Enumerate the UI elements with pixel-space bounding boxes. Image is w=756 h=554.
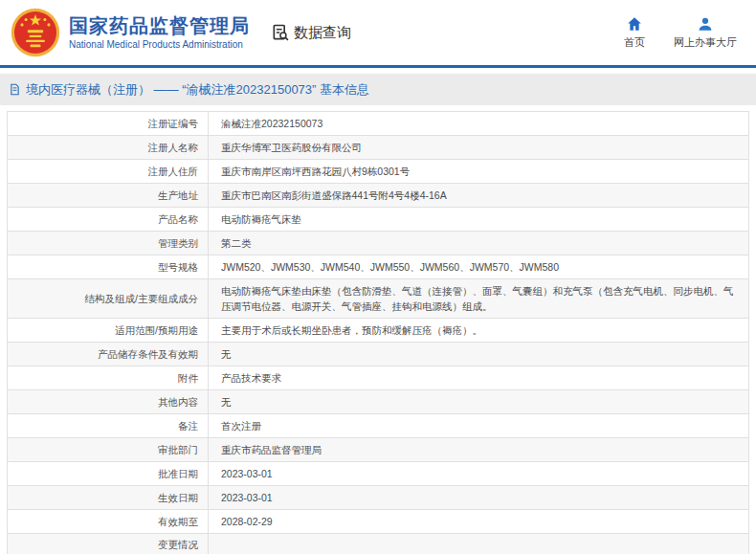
row-value — [209, 534, 749, 554]
logo-block: 国家药品监督管理局 National Medical Products Admi… — [10, 7, 250, 58]
site-header: 国家药品监督管理局 National Medical Products Admi… — [0, 0, 756, 68]
row-label: 生效日期 — [8, 486, 209, 510]
row-value: 重庆华博军卫医药股份有限公司 — [209, 136, 749, 160]
breadcrumb-bar: 境内医疗器械（注册） —— “渝械注准20232150073” 基本信息 — [0, 74, 756, 105]
row-value: 首次注册 — [209, 414, 749, 438]
row-label: 管理类别 — [8, 232, 209, 255]
home-icon — [626, 15, 643, 33]
table-row: 适用范围/预期用途主要用于术后或长期坐卧患者，预防和缓解压疮（褥疮）。 — [8, 319, 749, 343]
table-row: 附件产品技术要求 — [8, 366, 749, 390]
table-row: 结构及组成/主要组成成分电动防褥疮气床垫由床垫（包含防滑垫、气道（连接管）、面罩… — [8, 279, 749, 319]
table-row: 产品储存条件及有效期无 — [8, 343, 749, 366]
table-row: 有效期至2028-02-29 — [8, 510, 749, 534]
table-row: 生效日期2023-03-01 — [8, 486, 749, 510]
row-value: 2023-03-01 — [209, 462, 749, 486]
row-label: 审批部门 — [8, 438, 209, 462]
data-query-section: 数据查询 — [271, 23, 351, 42]
table-row: 管理类别第二类 — [8, 232, 749, 255]
row-value: 无 — [209, 390, 749, 414]
table-row: 注册人名称重庆华博军卫医药股份有限公司 — [8, 136, 749, 160]
row-label: 批准日期 — [8, 462, 209, 486]
user-icon — [697, 15, 714, 33]
row-label: 变更情况 — [8, 534, 209, 554]
national-emblem-logo — [10, 7, 61, 58]
registration-info-table: 注册证编号渝械注准20232150073注册人名称重庆华博军卫医药股份有限公司注… — [7, 111, 749, 554]
row-label: 其他内容 — [8, 390, 209, 414]
row-value: 重庆市南岸区南坪西路花园八村9栋0301号 — [209, 160, 749, 184]
data-query-icon — [271, 23, 290, 42]
row-label: 注册人名称 — [8, 136, 209, 160]
table-row: 其他内容无 — [8, 390, 749, 414]
document-icon — [9, 83, 21, 96]
nav-item-online-hall-label: 网上办事大厅 — [674, 35, 737, 50]
row-value: 产品技术要求 — [209, 366, 749, 390]
page-title: 境内医疗器械（注册） —— “渝械注准20232150073” 基本信息 — [26, 81, 369, 99]
nav-item-online-hall[interactable]: 网上办事大厅 — [674, 15, 737, 50]
nav-item-home-label: 首页 — [624, 35, 645, 50]
row-value: JWM520、JWM530、JWM540、JWM550、JWM560、JWM57… — [209, 255, 749, 279]
table-row: 审批部门重庆市药品监督管理局 — [8, 438, 749, 462]
nav-item-home[interactable]: 首页 — [624, 15, 645, 50]
table-row: 变更情况 — [8, 534, 749, 554]
row-label: 结构及组成/主要组成成分 — [8, 279, 209, 319]
table-row: 注册人住所重庆市南岸区南坪西路花园八村9栋0301号 — [8, 160, 749, 184]
table-row: 生产地址重庆市巴南区南彭街道盛保路441号附4号4楼4-16A — [8, 184, 749, 208]
org-titles: 国家药品监督管理局 National Medical Products Admi… — [69, 15, 250, 51]
row-value: 重庆市药品监督管理局 — [209, 438, 749, 462]
data-query-label: 数据查询 — [294, 24, 351, 42]
row-value: 主要用于术后或长期坐卧患者，预防和缓解压疮（褥疮）。 — [209, 319, 749, 343]
row-value: 无 — [209, 343, 749, 366]
row-value: 第二类 — [209, 232, 749, 255]
table-row: 注册证编号渝械注准20232150073 — [8, 112, 749, 136]
row-label: 产品名称 — [8, 208, 209, 232]
row-label: 适用范围/预期用途 — [8, 319, 209, 343]
row-value: 渝械注准20232150073 — [209, 112, 749, 136]
row-label: 生产地址 — [8, 184, 209, 208]
row-value: 重庆市巴南区南彭街道盛保路441号附4号4楼4-16A — [209, 184, 749, 208]
row-label: 备注 — [8, 414, 209, 438]
row-label: 注册证编号 — [8, 112, 209, 136]
row-value: 2023-03-01 — [209, 486, 749, 510]
row-label: 有效期至 — [8, 510, 209, 534]
table-row: 产品名称电动防褥疮气床垫 — [8, 208, 749, 232]
org-name-en: National Medical Products Administration — [69, 39, 250, 51]
row-value: 电动防褥疮气床垫 — [209, 208, 749, 232]
info-table-body: 注册证编号渝械注准20232150073注册人名称重庆华博军卫医药股份有限公司注… — [8, 112, 749, 554]
row-label: 注册人住所 — [8, 160, 209, 184]
top-nav: 首页 网上办事大厅 — [624, 15, 737, 50]
row-label: 型号规格 — [8, 255, 209, 279]
row-value: 电动防褥疮气床垫由床垫（包含防滑垫、气道（连接管）、面罩、气囊组）和充气泵（包含… — [209, 279, 749, 319]
row-label: 附件 — [8, 366, 209, 390]
org-name-cn: 国家药品监督管理局 — [69, 15, 250, 37]
table-row: 型号规格JWM520、JWM530、JWM540、JWM550、JWM560、J… — [8, 255, 749, 279]
row-label: 产品储存条件及有效期 — [8, 343, 209, 366]
table-row: 批准日期2023-03-01 — [8, 462, 749, 486]
table-row: 备注首次注册 — [8, 414, 749, 438]
row-value: 2028-02-29 — [209, 510, 749, 534]
